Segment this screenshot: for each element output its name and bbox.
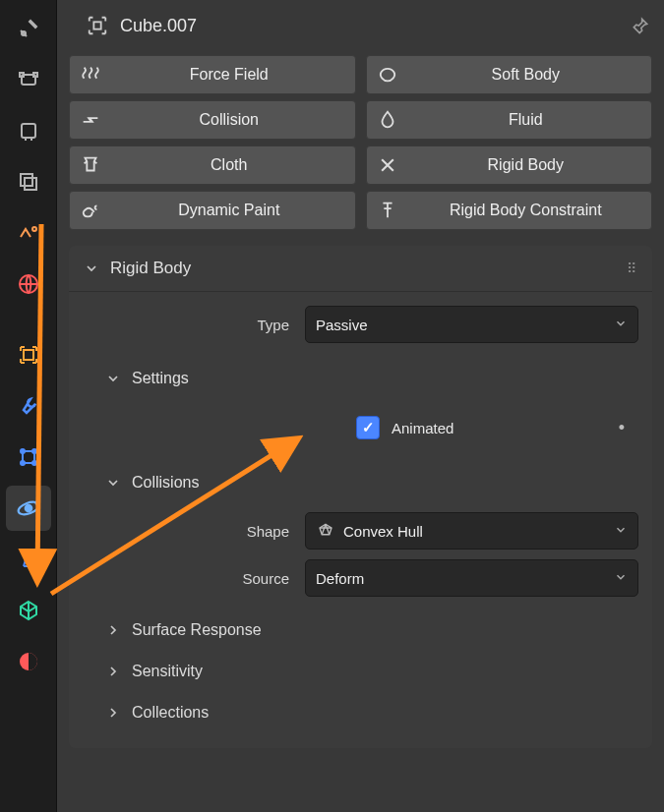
sensitivity-subpanel-header[interactable]: Sensitivity [104,654,638,689]
soft-body-button[interactable]: Soft Body [366,55,653,94]
svg-point-14 [24,504,32,513]
chevron-down-icon [83,260,100,277]
svg-point-7 [32,227,36,231]
dynamic-paint-button[interactable]: Dynamic Paint [69,191,356,230]
shape-row: Shape Convex Hull [83,512,638,550]
source-label: Source [83,570,295,587]
rigid-body-constraint-icon [375,200,400,221]
tab-viewlayer[interactable] [6,159,51,204]
force-field-button[interactable]: Force Field [69,55,356,94]
collections-subpanel-header[interactable]: Collections [104,695,638,730]
tab-scene[interactable] [6,210,51,256]
convex-hull-icon [316,522,335,540]
surface-response-subpanel-header[interactable]: Surface Response [104,612,638,648]
shape-select[interactable]: Convex Hull [305,512,638,550]
chevron-down-icon [614,523,628,540]
tab-physics[interactable] [6,486,51,531]
rigid-body-constraint-button[interactable]: Rigid Body Constraint [366,191,653,230]
collisions-subpanel-header[interactable]: Collisions [83,463,638,502]
rigid-body-button[interactable]: Rigid Body [366,145,653,185]
soft-body-icon [375,64,400,86]
type-select[interactable]: Passive [305,306,638,343]
type-label: Type [83,317,295,333]
chevron-right-icon [104,704,122,722]
chevron-right-icon [104,621,122,639]
type-row: Type Passive [83,306,638,343]
svg-rect-5 [21,174,32,186]
tab-tool[interactable] [6,6,51,51]
svg-point-17 [26,551,30,555]
tab-output[interactable] [6,108,51,153]
object-name: Cube.007 [120,16,197,36]
tab-object[interactable] [6,332,51,377]
cloth-button[interactable]: Cloth [69,145,356,185]
shape-label: Shape [83,523,295,540]
collision-button[interactable]: Collision [69,100,356,140]
collision-icon [78,109,103,131]
rigid-body-title: Rigid Body [110,259,191,278]
svg-rect-19 [93,22,100,29]
chevron-down-icon [104,474,122,492]
dynamic-paint-icon [78,200,103,221]
pin-icon[interactable] [629,14,652,37]
source-select[interactable]: Deform [305,559,638,597]
svg-rect-4 [22,124,35,138]
chevron-down-icon [104,370,122,387]
tab-constraint[interactable] [6,537,51,582]
animated-checkbox[interactable]: ✓ [356,416,380,439]
tab-data[interactable] [6,588,51,633]
animated-row: ✓ Animated • [83,408,638,447]
force-field-icon [78,64,103,86]
tab-modifier[interactable] [6,383,51,429]
physics-modules-grid: Force Field Collision Cloth [69,55,652,230]
svg-rect-9 [24,350,33,360]
chevron-down-icon [614,317,628,333]
remove-icon [375,155,400,175]
object-header: Cube.007 [69,6,652,45]
rigid-body-panel-header[interactable]: Rigid Body ⠿ [69,246,652,292]
properties-tab-sidebar [0,0,57,812]
fluid-icon [375,109,400,131]
keyframe-dot-icon[interactable]: • [619,418,638,438]
source-row: Source Deform [83,559,638,597]
object-select-icon [87,15,108,36]
chevron-right-icon [104,663,122,680]
tab-particle[interactable] [6,435,51,480]
tab-render[interactable] [6,57,51,102]
tab-material[interactable] [6,639,51,684]
svg-rect-6 [25,178,36,190]
properties-main: Cube.007 Force Field [57,0,664,812]
chevron-down-icon [614,570,628,587]
animated-label: Animated [392,420,453,436]
settings-subpanel-header[interactable]: Settings [83,359,638,398]
fluid-button[interactable]: Fluid [366,100,653,140]
tab-world[interactable] [6,261,51,307]
drag-grip-icon[interactable]: ⠿ [627,261,638,276]
rigid-body-panel: Rigid Body ⠿ Type Passive [69,246,652,748]
cloth-icon [78,154,103,176]
